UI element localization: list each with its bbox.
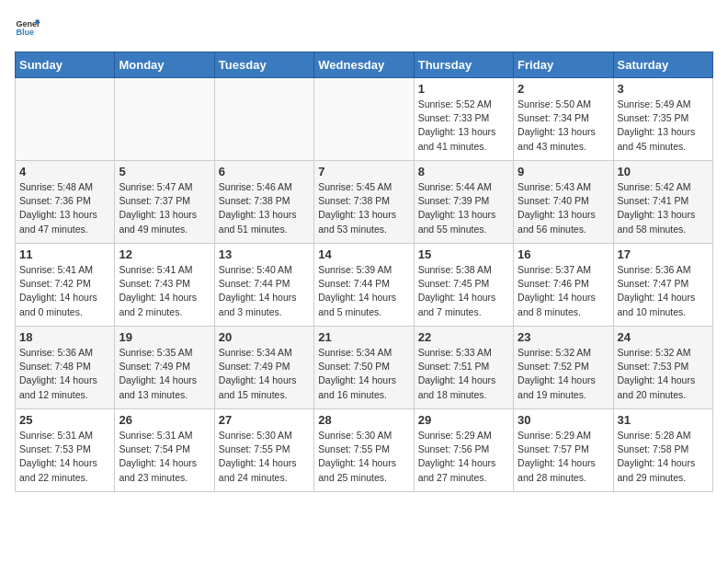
day-cell: 29 Sunrise: 5:29 AMSunset: 7:56 PMDaylig… (414, 409, 513, 492)
day-info: Sunrise: 5:30 AMSunset: 7:55 PMDaylight:… (219, 429, 310, 485)
day-number: 3 (618, 82, 709, 96)
weekday-header-monday: Monday (115, 52, 214, 78)
day-number: 9 (518, 165, 609, 178)
week-row-2: 4 Sunrise: 5:48 AMSunset: 7:36 PMDayligh… (16, 161, 713, 244)
day-cell: 5 Sunrise: 5:47 AMSunset: 7:37 PMDayligh… (115, 161, 214, 244)
weekday-header-saturday: Saturday (613, 52, 712, 78)
day-cell: 4 Sunrise: 5:48 AMSunset: 7:36 PMDayligh… (16, 161, 115, 244)
day-info: Sunrise: 5:46 AMSunset: 7:38 PMDaylight:… (219, 180, 310, 236)
weekday-header-row: SundayMondayTuesdayWednesdayThursdayFrid… (16, 52, 713, 78)
day-number: 5 (119, 165, 210, 178)
day-info: Sunrise: 5:32 AMSunset: 7:52 PMDaylight:… (518, 346, 609, 402)
day-info: Sunrise: 5:41 AMSunset: 7:43 PMDaylight:… (119, 263, 210, 319)
day-number: 12 (119, 247, 210, 261)
day-cell: 31 Sunrise: 5:28 AMSunset: 7:58 PMDaylig… (613, 409, 712, 492)
day-cell (16, 78, 115, 161)
day-cell: 26 Sunrise: 5:31 AMSunset: 7:54 PMDaylig… (115, 409, 214, 492)
weekday-header-tuesday: Tuesday (214, 52, 313, 78)
day-number: 14 (318, 247, 409, 261)
day-cell: 10 Sunrise: 5:42 AMSunset: 7:41 PMDaylig… (613, 161, 712, 244)
day-number: 11 (19, 247, 110, 261)
day-cell: 6 Sunrise: 5:46 AMSunset: 7:38 PMDayligh… (214, 161, 313, 244)
day-info: Sunrise: 5:39 AMSunset: 7:44 PMDaylight:… (318, 263, 409, 319)
day-info: Sunrise: 5:31 AMSunset: 7:53 PMDaylight:… (19, 429, 110, 485)
weekday-header-sunday: Sunday (16, 52, 115, 78)
day-info: Sunrise: 5:32 AMSunset: 7:53 PMDaylight:… (618, 346, 709, 402)
day-info: Sunrise: 5:44 AMSunset: 7:39 PMDaylight:… (418, 180, 509, 236)
day-number: 27 (219, 413, 310, 427)
day-number: 22 (418, 330, 509, 344)
day-cell (115, 78, 214, 161)
day-number: 10 (618, 165, 709, 178)
day-number: 7 (318, 165, 409, 178)
day-cell (214, 78, 313, 161)
week-row-3: 11 Sunrise: 5:41 AMSunset: 7:42 PMDaylig… (16, 244, 713, 327)
day-info: Sunrise: 5:36 AMSunset: 7:47 PMDaylight:… (618, 263, 709, 319)
weekday-header-wednesday: Wednesday (314, 52, 414, 78)
day-cell: 12 Sunrise: 5:41 AMSunset: 7:43 PMDaylig… (115, 244, 214, 327)
day-number: 25 (19, 413, 110, 427)
day-cell: 2 Sunrise: 5:50 AMSunset: 7:34 PMDayligh… (514, 78, 613, 161)
day-number: 1 (418, 82, 509, 96)
day-info: Sunrise: 5:50 AMSunset: 7:34 PMDaylight:… (518, 98, 609, 154)
day-number: 8 (418, 165, 509, 178)
day-cell: 21 Sunrise: 5:34 AMSunset: 7:50 PMDaylig… (314, 327, 414, 409)
day-number: 2 (518, 82, 609, 96)
day-info: Sunrise: 5:41 AMSunset: 7:42 PMDaylight:… (19, 263, 110, 319)
day-number: 18 (19, 330, 110, 344)
week-row-4: 18 Sunrise: 5:36 AMSunset: 7:48 PMDaylig… (16, 327, 713, 409)
day-info: Sunrise: 5:37 AMSunset: 7:46 PMDaylight:… (518, 263, 609, 319)
day-cell: 23 Sunrise: 5:32 AMSunset: 7:52 PMDaylig… (514, 327, 613, 409)
day-info: Sunrise: 5:34 AMSunset: 7:50 PMDaylight:… (318, 346, 409, 402)
day-number: 13 (219, 247, 310, 261)
day-number: 17 (618, 247, 709, 261)
day-cell: 18 Sunrise: 5:36 AMSunset: 7:48 PMDaylig… (16, 327, 115, 409)
day-number: 4 (19, 165, 110, 178)
day-info: Sunrise: 5:36 AMSunset: 7:48 PMDaylight:… (19, 346, 110, 402)
day-cell: 15 Sunrise: 5:38 AMSunset: 7:45 PMDaylig… (414, 244, 513, 327)
week-row-1: 1 Sunrise: 5:52 AMSunset: 7:33 PMDayligh… (16, 78, 713, 161)
week-row-5: 25 Sunrise: 5:31 AMSunset: 7:53 PMDaylig… (16, 409, 713, 492)
day-cell: 8 Sunrise: 5:44 AMSunset: 7:39 PMDayligh… (414, 161, 513, 244)
day-info: Sunrise: 5:45 AMSunset: 7:38 PMDaylight:… (318, 180, 409, 236)
logo: General Blue (15, 15, 40, 40)
svg-text:Blue: Blue (16, 28, 34, 37)
day-cell: 19 Sunrise: 5:35 AMSunset: 7:49 PMDaylig… (115, 327, 214, 409)
day-info: Sunrise: 5:40 AMSunset: 7:44 PMDaylight:… (219, 263, 310, 319)
day-number: 28 (318, 413, 409, 427)
day-number: 19 (119, 330, 210, 344)
day-info: Sunrise: 5:49 AMSunset: 7:35 PMDaylight:… (618, 98, 709, 154)
day-number: 26 (119, 413, 210, 427)
day-number: 31 (618, 413, 709, 427)
day-info: Sunrise: 5:38 AMSunset: 7:45 PMDaylight:… (418, 263, 509, 319)
day-cell: 25 Sunrise: 5:31 AMSunset: 7:53 PMDaylig… (16, 409, 115, 492)
day-info: Sunrise: 5:42 AMSunset: 7:41 PMDaylight:… (618, 180, 709, 236)
day-number: 24 (618, 330, 709, 344)
day-info: Sunrise: 5:52 AMSunset: 7:33 PMDaylight:… (418, 98, 509, 154)
day-info: Sunrise: 5:47 AMSunset: 7:37 PMDaylight:… (119, 180, 210, 236)
day-cell: 9 Sunrise: 5:43 AMSunset: 7:40 PMDayligh… (514, 161, 613, 244)
day-info: Sunrise: 5:33 AMSunset: 7:51 PMDaylight:… (418, 346, 509, 402)
day-number: 30 (518, 413, 609, 427)
day-number: 15 (418, 247, 509, 261)
day-cell: 7 Sunrise: 5:45 AMSunset: 7:38 PMDayligh… (314, 161, 414, 244)
day-cell: 16 Sunrise: 5:37 AMSunset: 7:46 PMDaylig… (514, 244, 613, 327)
day-cell: 14 Sunrise: 5:39 AMSunset: 7:44 PMDaylig… (314, 244, 414, 327)
day-number: 21 (318, 330, 409, 344)
logo-icon: General Blue (15, 15, 40, 40)
day-cell: 20 Sunrise: 5:34 AMSunset: 7:49 PMDaylig… (214, 327, 313, 409)
day-info: Sunrise: 5:43 AMSunset: 7:40 PMDaylight:… (518, 180, 609, 236)
day-info: Sunrise: 5:29 AMSunset: 7:57 PMDaylight:… (518, 429, 609, 485)
day-number: 20 (219, 330, 310, 344)
day-cell (314, 78, 414, 161)
day-cell: 13 Sunrise: 5:40 AMSunset: 7:44 PMDaylig… (214, 244, 313, 327)
day-number: 6 (219, 165, 310, 178)
calendar-table: SundayMondayTuesdayWednesdayThursdayFrid… (15, 52, 713, 492)
day-info: Sunrise: 5:30 AMSunset: 7:55 PMDaylight:… (318, 429, 409, 485)
page-header: General Blue (15, 15, 713, 40)
day-cell: 17 Sunrise: 5:36 AMSunset: 7:47 PMDaylig… (613, 244, 712, 327)
day-cell: 1 Sunrise: 5:52 AMSunset: 7:33 PMDayligh… (414, 78, 513, 161)
day-cell: 30 Sunrise: 5:29 AMSunset: 7:57 PMDaylig… (514, 409, 613, 492)
day-cell: 22 Sunrise: 5:33 AMSunset: 7:51 PMDaylig… (414, 327, 513, 409)
day-info: Sunrise: 5:34 AMSunset: 7:49 PMDaylight:… (219, 346, 310, 402)
